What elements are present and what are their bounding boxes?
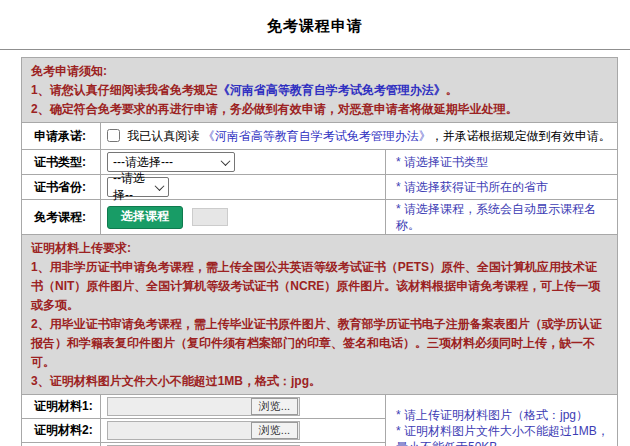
course-code-field[interactable] [192, 208, 228, 226]
exempt-course-note: * 请选择课程，系统会自动显示课程名称。 [386, 200, 618, 235]
application-notice: 免考申请须知: 1、请您认真仔细阅读我省免考规定《河南省高等教育自学考试免考管理… [22, 58, 618, 123]
material-3-label: 证明材料3: [22, 443, 101, 446]
cert-type-select[interactable]: ---请选择--- [107, 152, 235, 172]
commitment-content: 我已认真阅读 《河南省高等教育自学考试免考管理办法》，并承诺根据规定做到有效申请… [101, 123, 618, 150]
exempt-course-label: 免考课程: [22, 200, 101, 235]
upload-requirements-notice: 证明材料上传要求: 1、用非学历证书申请免考课程，需上传全国公共英语等级考试证书… [22, 235, 618, 395]
cert-province-select[interactable]: --请选择-- [107, 177, 169, 197]
upload-notice-item-3: 3、证明材料图片文件大小不能超过1MB，格式：jpg。 [31, 372, 608, 391]
material-row-1: 证明材料1: 浏览... * 请上传证明材料图片（格式：jpg） * 证明材料图… [22, 395, 618, 419]
upload-notice-item-1: 1、用非学历证书申请免考课程，需上传全国公共英语等级考试证书（PETS）原件、全… [31, 258, 608, 315]
select-course-button[interactable]: 选择课程 [107, 206, 183, 229]
commitment-regulation-link[interactable]: 《河南省高等教育自学考试免考管理办法》 [203, 129, 431, 143]
chevron-down-icon [221, 156, 231, 166]
cert-province-row: 证书省份: --请选择-- * 请选择获得证书所在的省市 [22, 175, 618, 200]
material-1-file-input[interactable]: 浏览... [107, 397, 300, 416]
notice-row-upload: 证明材料上传要求: 1、用非学历证书申请免考课程，需上传全国公共英语等级考试证书… [22, 235, 618, 395]
notice-heading: 免考申请须知: [31, 62, 608, 81]
cert-province-selected-value: --请选择-- [113, 170, 150, 204]
commitment-label: 申请承诺: [22, 123, 101, 150]
commitment-row: 申请承诺: 我已认真阅读 《河南省高等教育自学考试免考管理办法》，并承诺根据规定… [22, 123, 618, 150]
application-form-table: 免考申请须知: 1、请您认真仔细阅读我省免考规定《河南省高等教育自学考试免考管理… [21, 57, 618, 446]
regulation-link[interactable]: 《河南省高等教育自学考试免考管理办法》 [218, 83, 446, 97]
notice-item-2: 2、确定符合免考要求的再进行申请，务必做到有效申请，对恶意申请者将做延期毕业处理… [31, 100, 608, 119]
material-1-label: 证明材料1: [22, 395, 101, 419]
cert-type-selected-value: ---请选择--- [113, 154, 173, 171]
notice-item-1-suffix: 。 [446, 83, 458, 97]
material-2-browse-button[interactable]: 浏览... [251, 422, 298, 439]
commitment-checkbox[interactable] [107, 129, 120, 142]
commitment-text: 我已认真阅读 [127, 129, 202, 143]
upload-notice-heading: 证明材料上传要求: [31, 239, 608, 258]
material-1-browse-button[interactable]: 浏览... [251, 398, 298, 415]
cert-province-label: 证书省份: [22, 175, 101, 200]
chevron-down-icon [155, 181, 165, 191]
title-divider [0, 49, 630, 50]
material-2-label: 证明材料2: [22, 419, 101, 443]
notice-item-1-text: 1、请您认真仔细阅读我省免考规定 [31, 83, 218, 97]
notice-item-1: 1、请您认真仔细阅读我省免考规定《河南省高等教育自学考试免考管理办法》。 [31, 81, 608, 100]
cert-type-row: 证书类型: ---请选择--- * 请选择证书类型 [22, 150, 618, 175]
cert-type-label: 证书类型: [22, 150, 101, 175]
exempt-course-row: 免考课程: 选择课程 * 请选择课程，系统会自动显示课程名称。 [22, 200, 618, 235]
commitment-text-suffix: ，并承诺根据规定做到有效申请。 [431, 129, 611, 143]
cert-province-note: * 请选择获得证书所在的省市 [386, 175, 618, 200]
materials-note: * 请上传证明材料图片（格式：jpg） * 证明材料图片文件大小不能超过1MB，… [386, 395, 618, 446]
upload-notice-item-2: 2、用毕业证书审请免考课程，需上传毕业证书原件图片、教育部学历证书电子注册备案表… [31, 315, 608, 372]
notice-row-top: 免考申请须知: 1、请您认真仔细阅读我省免考规定《河南省高等教育自学考试免考管理… [22, 58, 618, 123]
materials-note-line-1: * 请上传证明材料图片（格式：jpg） [396, 407, 616, 423]
cert-type-note: * 请选择证书类型 [386, 150, 618, 175]
materials-note-line-2: * 证明材料图片文件大小不能超过1MB，最小不能低于50KB。 [396, 423, 616, 446]
page-title: 免考课程申请 [0, 0, 630, 49]
material-2-file-input[interactable]: 浏览... [107, 421, 300, 440]
